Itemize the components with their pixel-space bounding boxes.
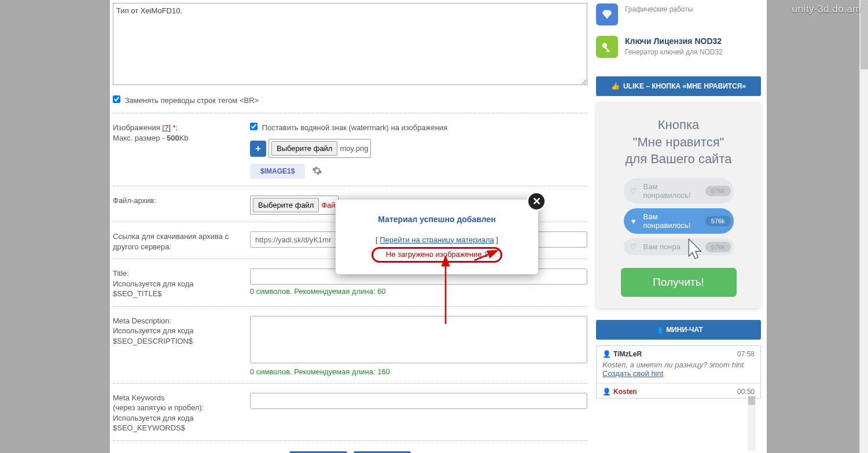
file-archive-label: Файл-архив: [113,196,250,215]
users-icon: 👥 [654,326,663,334]
mini-chat: 👤 TiMzLeR 07:58 Kosten, а иметт ли разни… [596,345,761,399]
like-pill-inactive[interactable]: ♡ Вам понравилось! 576k [624,178,734,204]
file-chooser-box[interactable]: Выберите файл moy.png [269,139,371,158]
sidebar-item-subtitle: Генератор ключей для NOD32 [625,48,723,56]
title-label: Title: Используется для кода $SEO_TITLE$ [113,268,250,299]
watermark-text: unity-3d.do.am [792,3,861,15]
modal-link-row: [ Перейти на страницу материала ] [344,235,530,244]
modal-error-number: 1 [484,250,488,259]
gear-icon[interactable] [312,165,322,178]
key-icon [596,36,618,58]
archive-chooser-box[interactable]: Выберите файл Фай [250,196,339,215]
archive-status: Фай [321,201,335,209]
like-pill-active[interactable]: ♥ Вам понравилось! 576k [624,208,734,234]
modal-title: Материал успешно добавлен [344,215,530,224]
like-count: 576k [705,242,731,252]
success-modal: ✕ Материал успешно добавлен [ Перейти на… [336,200,538,274]
br-checkbox-label: Заменять переводы строк тегом <BR> [125,96,259,105]
heart-icon: ♡ [624,187,643,196]
chat-scroll-thumb[interactable] [748,396,755,405]
chat-link[interactable]: Создать свой hint [602,369,663,378]
diamond-icon [596,3,618,25]
title-hint: 0 символов. Рекомендуемая длина: 60 [250,287,587,296]
heart-icon: ♡ [624,242,643,251]
modal-material-link[interactable]: Перейти на страницу материала [380,235,494,244]
like-pill-inactive[interactable]: ♡ Вам понра 576k [624,238,734,255]
modal-error-text: Не загружено изображение [386,250,484,259]
chat-user[interactable]: Kosten [613,388,637,396]
modal-close-button[interactable]: ✕ [527,191,546,211]
images-row: Изображения [?] *: Макс. размер - 500Kb … [113,113,587,186]
like-count: 576k [705,186,731,196]
add-image-button[interactable]: + [250,141,266,157]
description-hint: 0 символов. Рекомендуемая длина: 160 [250,367,587,376]
description-label: Meta Description: Используется для кода … [113,316,250,376]
download-link-label: Ссылка для скачивания архива с другого с… [113,231,250,252]
chat-scrollbar[interactable] [748,396,756,451]
chat-time: 00:50 [737,388,755,396]
choose-file-button[interactable]: Выберите файл [271,141,337,156]
scrollbar-thumb[interactable] [860,0,868,69]
keywords-row: Meta Keywords (через запятую и пробел): … [113,384,587,441]
image-tag-button[interactable]: $IMAGE1$ [250,164,305,179]
images-field: Поставить водяной знак (watermark) на из… [250,123,587,179]
user-icon: 👤 [602,388,611,396]
archive-choose-button[interactable]: Выберите файл [253,198,319,212]
sidebar: Графические работы Ключи Лицензия NOD32 … [590,0,767,453]
user-icon: 👤 [602,350,611,358]
ulike-widget: Кнопка "Мне нравится" для Вашего сайта ♡… [596,102,761,308]
ulike-panel-header: 👍 ULIKE – КНОПКА «МНЕ НРАВИТСЯ» [596,76,761,96]
ulike-heading: Кнопка "Мне нравится" для Вашего сайта [603,116,754,168]
br-checkbox-row: Заменять переводы строк тегом <BR> [113,95,587,113]
watermark-checkbox[interactable] [250,123,258,130]
chat-user[interactable]: TiMzLeR [613,350,642,358]
get-button[interactable]: Получить! [621,268,737,297]
watermark-label: Поставить водяной знак (watermark) на из… [262,123,448,132]
submit-row: ДОБАВИТЬ ОЧИСТИТЬ [113,441,587,453]
images-label: Изображения [?] *: Макс. размер - 500Kb [113,123,250,179]
page-scrollbar[interactable] [859,0,868,453]
keywords-label: Meta Keywords (через запятую и пробел): … [113,393,250,433]
sidebar-item-title: Ключи Лицензия NOD32 [625,36,722,46]
chat-message: 👤 Kosten 00:50 [597,384,760,396]
description-row: Meta Description: Используется для кода … [113,307,587,384]
content-textarea[interactable]: Тип от XeiMoFD10. [113,3,587,85]
thumbs-up-icon: 👍 [611,82,620,90]
sidebar-item-graphics[interactable]: Графические работы [590,0,767,32]
br-checkbox[interactable] [113,95,120,103]
chosen-file-name: moy.png [340,144,368,153]
sidebar-item-nod32[interactable]: Ключи Лицензия NOD32 Генератор ключей дл… [590,32,767,65]
like-count: 576k [705,216,731,226]
sidebar-item-subtitle: Графические работы [625,5,693,13]
chat-time: 07:58 [737,350,755,358]
keywords-input[interactable] [250,393,587,409]
description-textarea[interactable] [250,316,587,363]
chat-text: Kosten, а иметт ли разницу? этот hint [602,360,744,369]
modal-error-annotation: Не загружено изображение 1 [372,247,503,263]
minichat-panel-header: 👥 МИНИ-ЧАТ [596,320,761,340]
chat-message: 👤 TiMzLeR 07:58 Kosten, а иметт ли разни… [597,346,760,384]
heart-icon: ♥ [624,217,643,226]
